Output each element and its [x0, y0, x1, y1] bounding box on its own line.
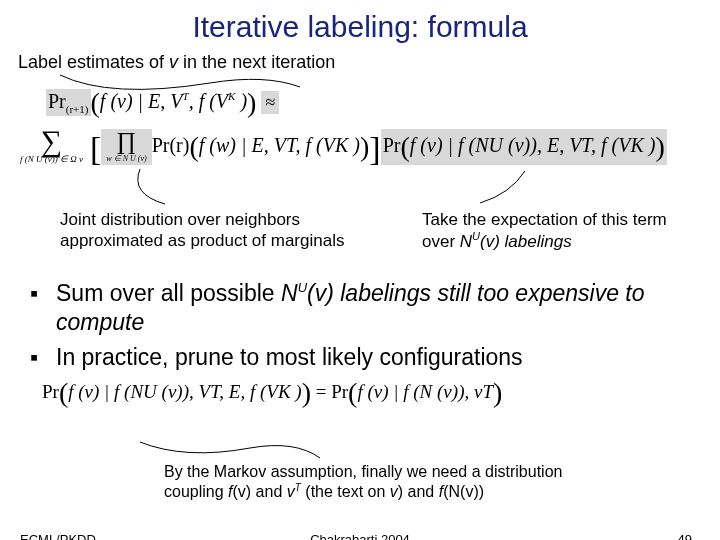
- f3-lhs-d: ): [291, 381, 302, 402]
- pr-symbol: Pr: [48, 90, 66, 112]
- bullet-mark-icon: ▪: [30, 343, 56, 372]
- annotation-right: Take the expectation of this term over N…: [422, 209, 682, 252]
- f2-outer-a: f (v) | f (N: [410, 134, 489, 156]
- f3-supK: K: [278, 381, 291, 402]
- f3-supT: T: [210, 381, 219, 402]
- prod-under: w ∈ N U (v): [106, 154, 146, 163]
- f2-outer-d: ): [644, 134, 656, 156]
- annotation-row: Joint distribution over neighbors approx…: [0, 209, 720, 273]
- footer-center: Chakrabarti 2004: [0, 532, 720, 540]
- f3-rhs-a: f (v) | f (N (v)), v: [357, 381, 482, 402]
- bullet-2: ▪ In practice, prune to most likely conf…: [30, 343, 690, 372]
- pr4-symbol: Pr: [42, 381, 59, 402]
- f2-inner1: f (w) | E, V: [199, 134, 286, 156]
- pr-subscript: (r+1): [66, 103, 89, 115]
- slide-title: Iterative labeling: formula: [0, 0, 720, 44]
- footer-right: 49: [678, 532, 692, 540]
- pr5-symbol: Pr: [331, 381, 348, 402]
- bullet-list: ▪ Sum over all possible NU(v) labelings …: [0, 273, 720, 371]
- formula-line-2: ∑ f (N U (v)) ∈ Ω v [ ∏ w ∈ N U (v) Pr(r…: [20, 129, 667, 168]
- f3-eq: =: [316, 381, 331, 402]
- f3-supU: U: [143, 381, 157, 402]
- annot-right-b: (v) labelings: [480, 232, 572, 251]
- bullet2-text: In practice, prune to most likely config…: [56, 343, 523, 372]
- pr3-symbol: Pr: [383, 134, 401, 156]
- bottom-text: (the text on: [301, 483, 390, 500]
- approx-symbol: ≈: [261, 91, 279, 114]
- f3-lhs-b: (v)), V: [157, 381, 210, 402]
- f2-mid: , f (V: [296, 134, 335, 156]
- connector-right: [470, 169, 590, 209]
- bottom-v: v: [287, 483, 295, 500]
- subheading: Label estimates of v in the next iterati…: [0, 44, 720, 73]
- subhead-var-v: v: [169, 52, 178, 72]
- f2-supU: U: [489, 134, 503, 156]
- subhead-text-b: in the next iteration: [178, 52, 335, 72]
- pr2-sub: (r): [169, 134, 189, 156]
- annot-right-U: U: [472, 230, 480, 242]
- bullet-1: ▪ Sum over all possible NU(v) labelings …: [30, 279, 690, 337]
- annot-right-N: N: [460, 232, 472, 251]
- formula-block: Pr(r+1) (f (v) | E, VT, f (VK )) ≈ ∑ f (…: [0, 79, 720, 209]
- f2-tail: ): [348, 134, 360, 156]
- f2-outer-c: , f (V: [591, 134, 630, 156]
- f2-outer-b: (v)), E, V: [503, 134, 581, 156]
- annotation-bottom: By the Markov assumption, finally we nee…: [164, 462, 624, 502]
- connector-left: [120, 169, 240, 209]
- f2-supT2: T: [581, 134, 591, 156]
- f2-supK2: K: [630, 134, 643, 156]
- f1-tail: ): [235, 90, 247, 112]
- pr2-symbol: Pr: [152, 134, 170, 156]
- product-symbol: ∏ w ∈ N U (v): [104, 131, 148, 163]
- annotation-left: Joint distribution over neighbors approx…: [60, 209, 390, 252]
- bullet-mark-icon: ▪: [30, 279, 56, 337]
- bullet1-N: N: [281, 280, 298, 306]
- bullet1-U: U: [298, 280, 307, 295]
- bottom-p1: (v): [233, 483, 252, 500]
- f1-mid: , f (V: [189, 90, 228, 112]
- f1-body: f (v) | E, V: [100, 90, 183, 112]
- formula-line-1: Pr(r+1) (f (v) | E, VT, f (VK )) ≈: [46, 87, 279, 119]
- f2-supT: T: [286, 134, 296, 156]
- sigma-under: f (N U (v)) ∈ Ω v: [20, 154, 83, 164]
- f3-lhs-a: f (v) | f (N: [68, 381, 143, 402]
- bottom-close: ) and: [398, 483, 439, 500]
- bottom-v2: v: [390, 483, 398, 500]
- f3-rhs-supT: T: [482, 381, 493, 402]
- bottom-p2: (N(v)): [443, 483, 484, 500]
- f3-lhs-c: , E, f (V: [219, 381, 278, 402]
- subhead-text-a: Label estimates of: [18, 52, 169, 72]
- formula-line-3: Pr(f (v) | f (NU (v)), VT, E, f (VK )) =…: [42, 377, 720, 409]
- bullet1-a: Sum over all possible: [56, 280, 281, 306]
- sigma-symbol: ∑ f (N U (v)) ∈ Ω v: [20, 130, 83, 164]
- f2-supK: K: [335, 134, 348, 156]
- bottom-and1: and: [251, 483, 287, 500]
